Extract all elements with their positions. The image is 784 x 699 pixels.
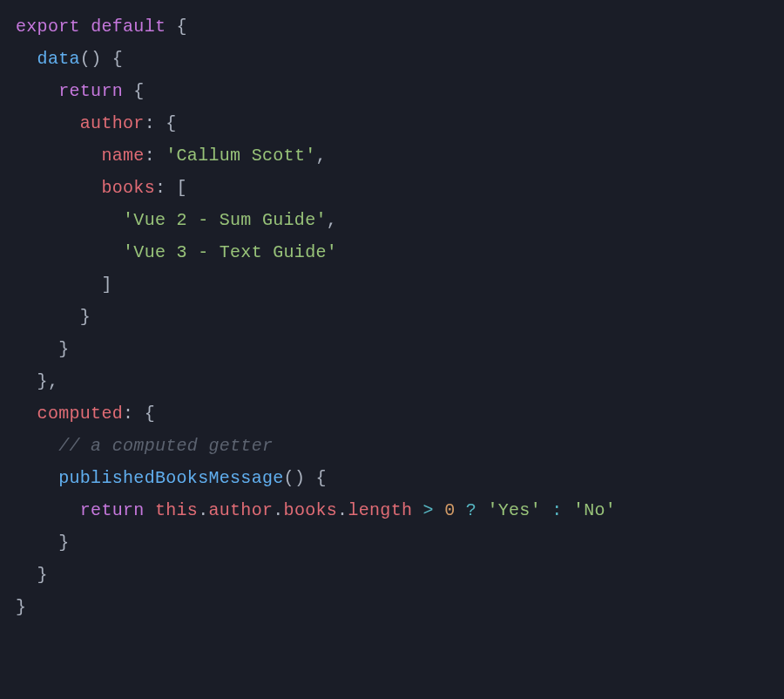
paren: ( <box>80 49 91 69</box>
keyword-this: this <box>155 500 198 520</box>
operator-ternary-q: ? <box>466 500 476 520</box>
operator-ternary-colon: : <box>551 500 562 520</box>
comma: , <box>327 210 337 230</box>
number-zero: 0 <box>444 500 455 520</box>
comma: , <box>316 146 327 166</box>
brace-close: } <box>37 565 48 585</box>
brace-open: { <box>112 49 123 69</box>
method-publishedBooksMessage: publishedBooksMessage <box>58 468 283 488</box>
paren: ) <box>91 49 101 69</box>
dot: . <box>273 500 283 520</box>
dot: . <box>198 500 208 520</box>
code-block: export default { data() { return { autho… <box>16 10 784 623</box>
operator-gt: > <box>423 500 434 520</box>
method-data: data <box>37 49 80 69</box>
paren: ) <box>294 468 305 488</box>
brace-open: { <box>316 468 327 488</box>
paren: ( <box>284 468 294 488</box>
brace-open: { <box>177 17 187 37</box>
brace-close: } <box>16 597 26 617</box>
colon: : <box>145 113 155 133</box>
bracket-open: [ <box>177 178 187 198</box>
prop-access-author: author <box>208 500 273 520</box>
brace-close: } <box>58 339 69 359</box>
keyword-default: default <box>91 17 166 37</box>
prop-name: name <box>101 146 144 166</box>
bracket-close: ] <box>101 275 112 295</box>
dot: . <box>337 500 348 520</box>
prop-access-length: length <box>348 500 412 520</box>
prop-access-books: books <box>284 500 338 520</box>
keyword-return: return <box>58 81 123 101</box>
brace-open: { <box>166 113 176 133</box>
colon: : <box>145 146 155 166</box>
colon: : <box>123 404 133 424</box>
brace-open: { <box>133 81 144 101</box>
keyword-export: export <box>16 17 80 37</box>
keyword-return: return <box>80 500 145 520</box>
brace-open: { <box>145 404 155 424</box>
string-no: 'No' <box>573 500 616 520</box>
string-book-1: 'Vue 2 - Sum Guide' <box>123 210 327 230</box>
string-book-2: 'Vue 3 - Text Guide' <box>123 242 337 262</box>
string-yes: 'Yes' <box>487 500 541 520</box>
colon: : <box>155 178 166 198</box>
comma: , <box>48 371 58 391</box>
brace-close: } <box>80 307 91 327</box>
string-name-value: 'Callum Scott' <box>166 146 315 166</box>
comment-line: // a computed getter <box>58 436 273 456</box>
brace-close: } <box>58 533 69 553</box>
prop-author: author <box>80 113 145 133</box>
brace-close: } <box>37 371 48 391</box>
prop-computed: computed <box>37 404 123 424</box>
prop-books: books <box>101 178 155 198</box>
